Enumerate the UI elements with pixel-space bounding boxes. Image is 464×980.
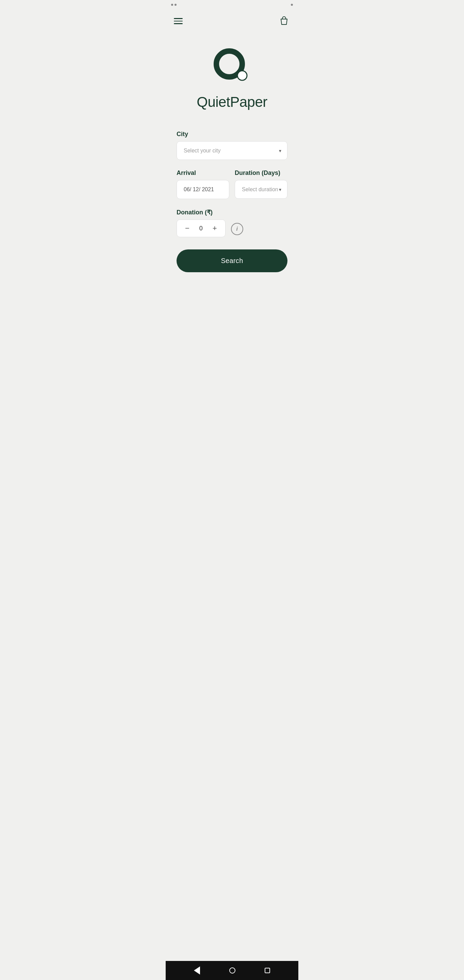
duration-select-wrapper: Select duration 1 2 3 5 7 ▾	[235, 180, 288, 199]
signal-icon	[171, 4, 173, 6]
donation-plus-button[interactable]: +	[211, 224, 218, 232]
top-nav	[166, 10, 298, 33]
duration-select[interactable]: Select duration 1 2 3 5 7	[235, 180, 288, 199]
donation-stepper: − 0 +	[176, 220, 226, 237]
form-section: City Select your city ▾ Arrival Duration…	[166, 130, 298, 961]
search-button[interactable]: Search	[176, 250, 288, 272]
city-label: City	[176, 130, 288, 138]
logo-section: QuietPaper	[166, 33, 298, 130]
battery-icon	[291, 4, 293, 6]
home-nav-button[interactable]	[229, 967, 235, 974]
info-icon-button[interactable]: i	[231, 223, 243, 235]
logo-svg	[211, 46, 253, 87]
bag-svg-icon	[279, 16, 289, 26]
hamburger-line-1	[174, 18, 183, 19]
hamburger-line-3	[174, 23, 183, 24]
home-nav-icon	[229, 967, 235, 974]
city-field-group: City Select your city ▾	[176, 130, 288, 160]
status-bar	[166, 0, 298, 10]
donation-value: 0	[198, 225, 205, 232]
donation-label: Donation (₹)	[176, 208, 288, 216]
city-select[interactable]: Select your city	[176, 141, 288, 160]
hamburger-menu-button[interactable]	[174, 18, 183, 24]
arrival-field-group: Arrival	[176, 169, 229, 199]
duration-field-group: Duration (Days) Select duration 1 2 3 5 …	[235, 169, 288, 199]
arrival-input[interactable]	[176, 180, 229, 199]
arrival-label: Arrival	[176, 169, 229, 177]
donation-field-group: Donation (₹) − 0 + i	[176, 208, 288, 237]
arrival-duration-row: Arrival Duration (Days) Select duration …	[176, 169, 288, 199]
donation-row: − 0 + i	[176, 220, 288, 237]
city-select-wrapper: Select your city ▾	[176, 141, 288, 160]
logo-graphic	[211, 46, 253, 87]
donation-minus-button[interactable]: −	[184, 224, 191, 232]
hamburger-line-2	[174, 21, 183, 22]
back-nav-button[interactable]	[194, 966, 200, 975]
recents-nav-button[interactable]	[265, 968, 270, 973]
svg-point-1	[237, 71, 247, 80]
back-nav-icon	[194, 966, 200, 975]
app-title: QuietPaper	[197, 94, 267, 110]
status-bar-right	[291, 4, 293, 6]
wifi-icon	[175, 4, 176, 6]
bottom-nav	[166, 961, 298, 980]
status-bar-left	[171, 4, 176, 6]
bag-button[interactable]	[278, 15, 290, 27]
duration-label: Duration (Days)	[235, 169, 288, 177]
square-nav-icon	[265, 968, 270, 973]
